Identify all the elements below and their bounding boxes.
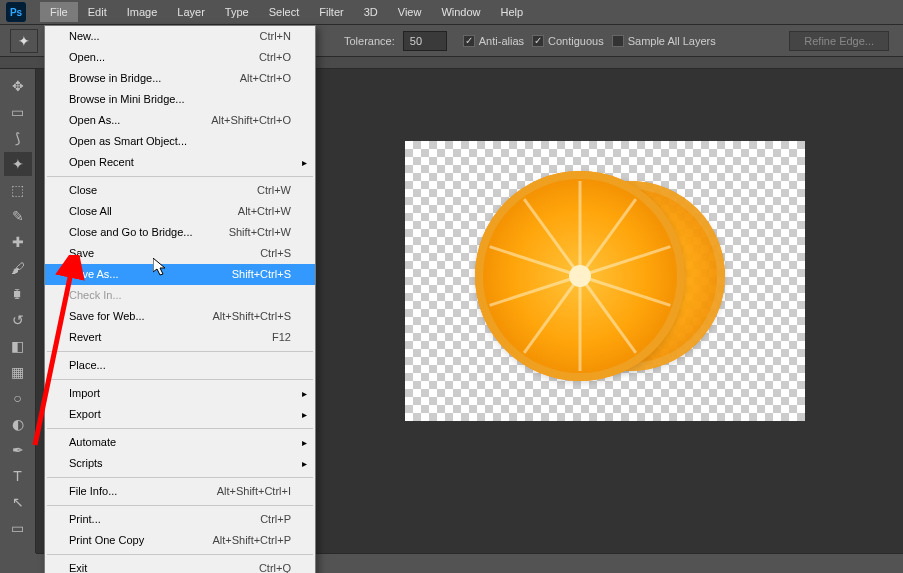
shape-tool[interactable]: ▭ <box>4 516 32 540</box>
menu-item-shortcut: Ctrl+O <box>259 50 291 65</box>
menu-separator <box>47 554 313 555</box>
crop-tool[interactable]: ⬚ <box>4 178 32 202</box>
menu-item-shortcut: F12 <box>272 330 291 345</box>
brush-tool[interactable]: 🖌 <box>4 256 32 280</box>
menu-item-shortcut: Ctrl+W <box>257 183 291 198</box>
menu-item-shortcut: Shift+Ctrl+W <box>229 225 291 240</box>
menu-item-shortcut: Alt+Shift+Ctrl+I <box>217 484 291 499</box>
menu-separator <box>47 477 313 478</box>
tolerance-input[interactable] <box>403 31 447 51</box>
stamp-tool[interactable]: ⧯ <box>4 282 32 306</box>
menu-filter[interactable]: Filter <box>309 2 353 22</box>
menu-item-label: Export <box>69 407 101 422</box>
active-tool-icon[interactable]: ✦ <box>10 29 38 53</box>
menu-separator <box>47 351 313 352</box>
menu-3d[interactable]: 3D <box>354 2 388 22</box>
marquee-tool[interactable]: ▭ <box>4 100 32 124</box>
menu-item-shortcut: Alt+Shift+Ctrl+O <box>211 113 291 128</box>
menu-item-label: Open... <box>69 50 105 65</box>
menu-item-import[interactable]: Import <box>45 383 315 404</box>
menu-item-label: Open Recent <box>69 155 134 170</box>
check-icon <box>463 35 475 47</box>
menu-select[interactable]: Select <box>259 2 310 22</box>
menu-item-export[interactable]: Export <box>45 404 315 425</box>
pen-tool[interactable]: ✒ <box>4 438 32 462</box>
menu-item-label: Browse in Mini Bridge... <box>69 92 185 107</box>
menu-item-label: Automate <box>69 435 116 450</box>
menu-item-label: Open as Smart Object... <box>69 134 187 149</box>
dodge-tool[interactable]: ◐ <box>4 412 32 436</box>
menu-item-close[interactable]: CloseCtrl+W <box>45 180 315 201</box>
move-tool[interactable]: ✥ <box>4 74 32 98</box>
blur-tool[interactable]: ○ <box>4 386 32 410</box>
menu-layer[interactable]: Layer <box>167 2 215 22</box>
menu-item-label: Import <box>69 386 100 401</box>
menu-item-new[interactable]: New...Ctrl+N <box>45 26 315 47</box>
menu-view[interactable]: View <box>388 2 432 22</box>
lasso-tool[interactable]: ⟆ <box>4 126 32 150</box>
menu-item-label: Print... <box>69 512 101 527</box>
menu-item-browse-in-bridge[interactable]: Browse in Bridge...Alt+Ctrl+O <box>45 68 315 89</box>
menu-item-save-as[interactable]: Save As...Shift+Ctrl+S <box>45 264 315 285</box>
menu-type[interactable]: Type <box>215 2 259 22</box>
path-tool[interactable]: ↖ <box>4 490 32 514</box>
menu-item-automate[interactable]: Automate <box>45 432 315 453</box>
menu-window[interactable]: Window <box>431 2 490 22</box>
menu-item-browse-in-mini-bridge[interactable]: Browse in Mini Bridge... <box>45 89 315 110</box>
eyedropper-tool[interactable]: ✎ <box>4 204 32 228</box>
contiguous-checkbox[interactable]: Contiguous <box>532 35 604 47</box>
magic-wand-tool[interactable]: ✦ <box>4 152 32 176</box>
menu-separator <box>47 379 313 380</box>
eraser-tool[interactable]: ◧ <box>4 334 32 358</box>
menu-item-print[interactable]: Print...Ctrl+P <box>45 509 315 530</box>
menu-item-label: Close <box>69 183 97 198</box>
menu-item-label: Close and Go to Bridge... <box>69 225 193 240</box>
menu-item-save-for-web[interactable]: Save for Web...Alt+Shift+Ctrl+S <box>45 306 315 327</box>
menu-item-label: Save <box>69 246 94 261</box>
menu-item-place[interactable]: Place... <box>45 355 315 376</box>
menu-item-label: Save As... <box>69 267 119 282</box>
file-menu-dropdown: New...Ctrl+NOpen...Ctrl+OBrowse in Bridg… <box>44 25 316 573</box>
menu-item-save[interactable]: SaveCtrl+S <box>45 243 315 264</box>
sample-all-checkbox[interactable]: Sample All Layers <box>612 35 716 47</box>
refine-edge-button[interactable]: Refine Edge... <box>789 31 889 51</box>
antialias-checkbox[interactable]: Anti-alias <box>463 35 524 47</box>
tolerance-label: Tolerance: <box>344 35 395 47</box>
menu-item-close-all[interactable]: Close AllAlt+Ctrl+W <box>45 201 315 222</box>
menu-item-label: Print One Copy <box>69 533 144 548</box>
menu-item-open-as-smart-object[interactable]: Open as Smart Object... <box>45 131 315 152</box>
canvas[interactable] <box>405 141 805 421</box>
menu-item-close-and-go-to-bridge[interactable]: Close and Go to Bridge...Shift+Ctrl+W <box>45 222 315 243</box>
menu-edit[interactable]: Edit <box>78 2 117 22</box>
menu-help[interactable]: Help <box>491 2 534 22</box>
menu-item-revert[interactable]: RevertF12 <box>45 327 315 348</box>
menu-item-scripts[interactable]: Scripts <box>45 453 315 474</box>
menubar: Ps FileEditImageLayerTypeSelectFilter3DV… <box>0 0 903 25</box>
type-tool[interactable]: T <box>4 464 32 488</box>
gradient-tool[interactable]: ▦ <box>4 360 32 384</box>
menu-item-label: Close All <box>69 204 112 219</box>
menu-item-file-info[interactable]: File Info...Alt+Shift+Ctrl+I <box>45 481 315 502</box>
menu-item-open[interactable]: Open...Ctrl+O <box>45 47 315 68</box>
menu-item-shortcut: Ctrl+N <box>260 29 291 44</box>
menu-separator <box>47 505 313 506</box>
history-brush-tool[interactable]: ↺ <box>4 308 32 332</box>
menu-item-label: Save for Web... <box>69 309 145 324</box>
menu-image[interactable]: Image <box>117 2 168 22</box>
menu-item-print-one-copy[interactable]: Print One CopyAlt+Shift+Ctrl+P <box>45 530 315 551</box>
menu-item-exit[interactable]: ExitCtrl+Q <box>45 558 315 573</box>
menu-item-label: Browse in Bridge... <box>69 71 161 86</box>
menu-item-shortcut: Alt+Ctrl+O <box>240 71 291 86</box>
menu-item-shortcut: Alt+Shift+Ctrl+S <box>212 309 291 324</box>
menu-file[interactable]: File <box>40 2 78 22</box>
menu-separator <box>47 428 313 429</box>
menu-item-label: Revert <box>69 330 101 345</box>
menu-item-open-recent[interactable]: Open Recent <box>45 152 315 173</box>
healing-tool[interactable]: ✚ <box>4 230 32 254</box>
menu-item-open-as[interactable]: Open As...Alt+Shift+Ctrl+O <box>45 110 315 131</box>
menu-item-shortcut: Ctrl+P <box>260 512 291 527</box>
menu-item-label: Exit <box>69 561 87 573</box>
menu-item-check-in: Check In... <box>45 285 315 306</box>
menu-item-label: File Info... <box>69 484 117 499</box>
app-logo: Ps <box>6 2 26 22</box>
